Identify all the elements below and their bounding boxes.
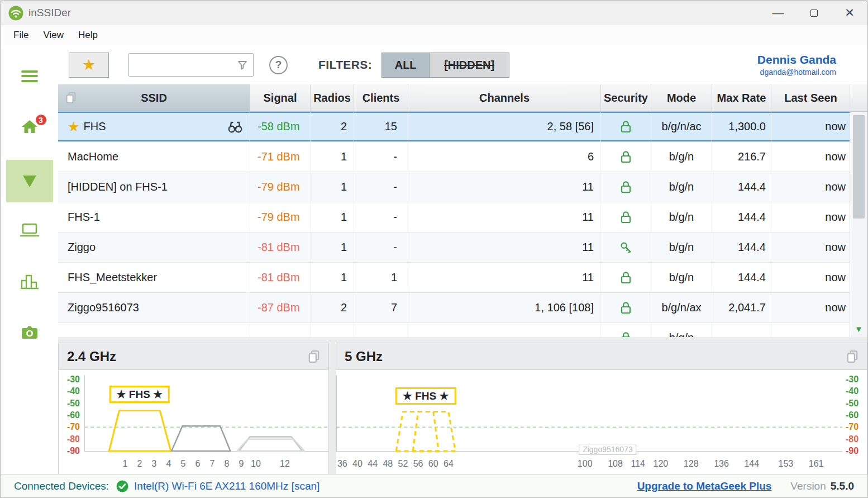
x-tick-label: 100 <box>578 459 593 469</box>
table-row[interactable]: b/g/n <box>58 323 851 337</box>
column-header-clients[interactable]: Clients <box>354 84 408 111</box>
security-cell <box>601 233 651 262</box>
filters-label: FILTERS: <box>318 58 372 72</box>
filter-hidden-button[interactable]: [HIDDEN] <box>430 53 509 78</box>
filter-all-button[interactable]: ALL <box>381 53 430 78</box>
y-tick-label: -50 <box>846 399 859 409</box>
signal-cell: -81 dBm <box>250 233 311 262</box>
channels-cell <box>408 323 601 337</box>
column-header-signal[interactable]: Signal <box>250 84 311 111</box>
x-tick-label: 12 <box>280 459 290 469</box>
last-seen-cell: now <box>771 233 851 262</box>
security-cell <box>601 202 651 232</box>
upgrade-link[interactable]: Upgrade to MetaGeek Plus <box>637 480 772 492</box>
radios-cell: 1 <box>311 172 354 202</box>
account-info[interactable]: Dennis Ganda dganda@hotmail.com <box>757 53 836 77</box>
table-row[interactable]: Ziggo-81 dBm1-11b/g/n144.4now <box>58 233 851 263</box>
x-tick-label: 108 <box>608 459 623 469</box>
menu-bar: File View Help <box>1 25 867 45</box>
sidebar-item-channels[interactable] <box>1 273 58 290</box>
y-tick-label: -40 <box>846 386 859 396</box>
table-row[interactable]: MacHome-71 dBm1-6b/g/n216.7now <box>58 142 851 172</box>
clients-cell: 15 <box>354 112 408 141</box>
channels-cell: 11 <box>408 202 601 232</box>
column-header-channels[interactable]: Channels <box>408 84 601 111</box>
sidebar-item-networks[interactable] <box>6 160 53 202</box>
y-tick-label: -70 <box>846 422 859 432</box>
table-row[interactable]: FHS_Meetstekker-81 dBm1111b/g/n144.4now <box>58 263 851 293</box>
table-row[interactable]: [HIDDEN] on FHS-1-79 dBm1-11b/g/n144.4no… <box>58 172 851 202</box>
filter-funnel-icon[interactable] <box>237 59 248 70</box>
menu-view[interactable]: View <box>36 25 71 45</box>
binoculars-icon[interactable] <box>227 120 243 134</box>
lock-icon <box>620 150 632 164</box>
notification-badge: 3 <box>35 113 47 126</box>
column-header-radios[interactable]: Radios <box>311 84 354 111</box>
chart-panel-24ghz: 2.4 GHz -30-40-50-60-70-80-90 ★ FHS ★ 12… <box>58 343 329 474</box>
x-tick-label: 44 <box>368 459 378 469</box>
column-header-ssid[interactable]: SSID <box>58 84 250 111</box>
ssid-cell: Ziggo9516073 <box>58 293 250 322</box>
version-value: 5.5.0 <box>831 480 854 492</box>
x-tick-label: 64 <box>443 459 454 469</box>
x-tick-label: 144 <box>744 459 759 469</box>
copy-icon[interactable] <box>65 92 77 104</box>
adapter-name[interactable]: Intel(R) Wi-Fi 6E AX211 160MHz [scan] <box>134 480 319 492</box>
table-row[interactable]: FHS-1-79 dBm1-11b/g/n144.4now <box>58 202 851 233</box>
x-tick-label: 6 <box>195 459 200 469</box>
last-seen-cell <box>771 323 851 337</box>
vertical-scrollbar[interactable]: ▼ <box>850 84 867 337</box>
max-rate-cell: 2,041.7 <box>712 293 771 322</box>
radios-cell <box>311 323 354 337</box>
sidebar-item-devices[interactable] <box>1 222 58 239</box>
copy-chart-icon[interactable] <box>308 350 320 363</box>
title-bar: inSSIDer — ✕ <box>1 1 867 25</box>
column-header-last-seen[interactable]: Last Seen <box>771 84 851 111</box>
x-tick-label: 114 <box>631 459 645 469</box>
app-title: inSSIDer <box>28 7 71 19</box>
mode-cell: b/g/n <box>651 233 712 262</box>
column-header-max-rate[interactable]: Max Rate <box>712 84 771 111</box>
favorites-filter-button[interactable]: ★ <box>69 53 109 78</box>
minimize-button[interactable]: — <box>760 1 796 25</box>
y-tick-label: -60 <box>846 410 859 420</box>
help-button[interactable]: ? <box>269 56 288 74</box>
mode-cell: b/g/n <box>651 202 712 232</box>
max-rate-cell: 216.7 <box>712 142 771 172</box>
menu-file[interactable]: File <box>6 25 36 45</box>
network-table-body: ★FHS-58 dBm2152, 58 [56]b/g/n/ac1,300.0n… <box>58 112 851 337</box>
close-button[interactable]: ✕ <box>832 1 867 25</box>
chart-title-5ghz: 5 GHz <box>345 349 383 364</box>
ssid-cell: Ziggo <box>58 233 250 262</box>
clients-cell: 1 <box>354 263 408 292</box>
menu-help[interactable]: Help <box>71 25 105 45</box>
sidebar-item-snapshot[interactable] <box>1 324 58 341</box>
table-row[interactable]: Ziggo9516073-87 dBm271, 106 [108]b/g/n/a… <box>58 293 851 323</box>
toolbar: ★ ? FILTERS: ALL [HIDDEN] Dennis Ganda d… <box>58 45 867 84</box>
sidebar-item-home[interactable]: 3 <box>1 118 58 137</box>
search-input[interactable] <box>129 59 237 71</box>
column-header-security[interactable]: Security <box>601 84 651 111</box>
column-header-mode[interactable]: Mode <box>651 84 712 111</box>
ssid-text: Ziggo <box>68 241 96 254</box>
max-rate-cell: 1,300.0 <box>712 112 771 141</box>
maximize-button[interactable] <box>796 1 832 25</box>
status-bar: Connected Devices: Intel(R) Wi-Fi 6E AX2… <box>1 474 867 497</box>
security-cell <box>601 142 651 172</box>
menu-toggle-button[interactable] <box>1 68 58 84</box>
y-axis-labels: -30-40-50-60-70-80-90 <box>842 373 867 474</box>
copy-chart-icon[interactable] <box>846 350 859 363</box>
x-tick-label: 7 <box>209 459 214 469</box>
y-tick-label: -30 <box>846 374 859 385</box>
clients-cell: - <box>354 172 408 202</box>
scroll-down-button[interactable]: ▼ <box>850 321 867 336</box>
favorite-star-icon[interactable]: ★ <box>68 120 80 134</box>
x-tick-label: 60 <box>428 459 438 469</box>
ssid-text: [HIDDEN] on FHS-1 <box>68 181 168 193</box>
scrollbar-thumb[interactable] <box>853 115 865 219</box>
table-row[interactable]: ★FHS-58 dBm2152, 58 [56]b/g/n/ac1,300.0n… <box>58 112 851 142</box>
mode-cell: b/g/n <box>651 142 712 172</box>
signal-cell: -79 dBm <box>250 172 311 202</box>
check-circle-icon <box>116 480 128 492</box>
ssid-cell: ★FHS <box>58 112 250 141</box>
